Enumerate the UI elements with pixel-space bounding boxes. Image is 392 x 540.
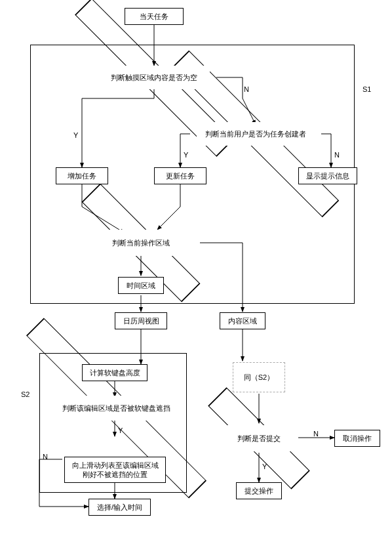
edge-label-y: Y [184,151,188,159]
region-s2-label: S2 [21,390,29,398]
node-label: 判断当前操作区域 [112,238,170,248]
node-label: 提交操作 [245,486,273,496]
node-label: 内容区域 [228,316,257,326]
node-label: 判断当前用户是否为任务创建者 [205,129,306,139]
edge-label-y: Y [73,131,78,139]
region-s1-label: S1 [363,85,371,93]
node-calc-keyboard: 计算软键盘高度 [82,364,147,381]
edge-label-y: Y [118,426,123,434]
node-touch-empty: 判断触摸区域内容是否为空 [98,66,210,89]
node-is-creator: 判断当前用户是否为任务创建者 [197,122,315,146]
node-calendar-week: 日历周视图 [115,312,167,329]
node-time-area: 时间区域 [118,277,164,294]
node-label: 向上滑动列表至该编辑区域刚好不被遮挡的位置 [69,461,161,480]
node-label: 日历周视图 [123,316,159,326]
edge-label-n: N [334,151,340,159]
node-submit-op: 提交操作 [236,482,282,499]
edge-label-y: Y [262,463,267,470]
node-label: 增加任务 [68,171,96,181]
node-label: 更新任务 [166,171,195,181]
node-update-task: 更新任务 [154,167,206,184]
node-label: 判断该编辑区域是否被软键盘遮挡 [62,404,170,413]
node-label: 选择/输入时间 [97,503,142,512]
node-label: 显示提示信息 [306,171,349,181]
node-same-s2: 同（S2） [233,362,285,392]
node-label: 取消操作 [343,434,372,444]
node-submit-check: 判断是否提交 [226,425,292,451]
node-select-time: 选择/输入时间 [88,499,151,516]
node-content-area: 内容区域 [220,312,265,329]
node-add-task: 增加任务 [56,167,108,184]
node-label: 判断触摸区域内容是否为空 [111,73,197,83]
node-scroll-up: 向上滑动列表至该编辑区域刚好不被遮挡的位置 [64,457,166,483]
edge-label-n: N [43,453,48,461]
node-label: 判断是否提交 [237,434,281,444]
node-op-area: 判断当前操作区域 [102,230,180,256]
node-show-hint: 显示提示信息 [298,167,357,184]
node-label: 时间区域 [127,281,155,291]
edge-label-n: N [244,85,249,93]
node-keyboard-cover: 判断该编辑区域是否被软键盘遮挡 [52,396,180,421]
edge-label-n: N [313,430,319,438]
node-label: 计算软键盘高度 [90,368,140,378]
node-label: 当天任务 [140,12,168,22]
node-label: 同（S2） [244,373,274,383]
node-current-task: 当天任务 [125,8,184,25]
node-cancel-op: 取消操作 [334,430,380,447]
